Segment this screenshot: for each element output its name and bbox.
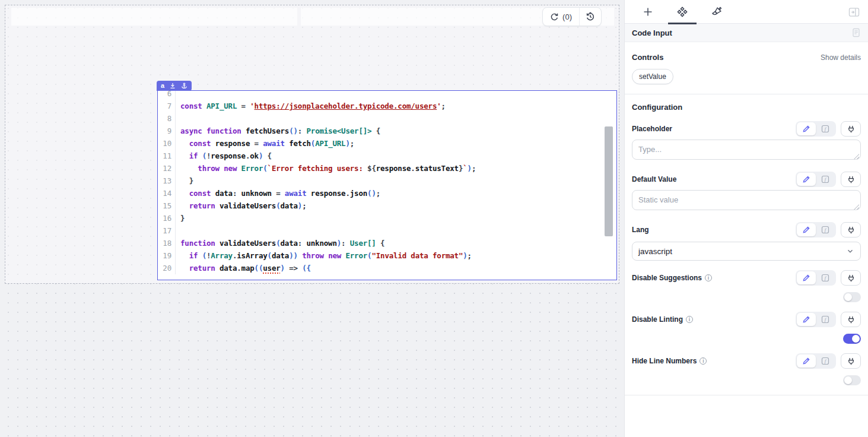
configuration-fields: Placeholder f	[632, 121, 861, 385]
value-mode-segmented-control: f	[796, 312, 836, 327]
config-field-label: Default Value	[632, 175, 676, 183]
connect-data-button[interactable]	[841, 312, 861, 327]
toggle-switch[interactable]	[843, 334, 861, 344]
line-number: 6	[158, 90, 176, 100]
config-textarea[interactable]	[632, 140, 861, 160]
connect-data-button[interactable]	[841, 353, 861, 369]
config-field: Disable Suggestions i f	[632, 270, 861, 302]
static-mode-button[interactable]	[797, 354, 816, 368]
code-line-text: return data.map((user) => ({	[176, 262, 311, 274]
function-icon: f	[821, 125, 829, 133]
info-icon[interactable]: i	[700, 357, 707, 365]
config-field: Default Value f	[632, 171, 861, 213]
connect-data-button[interactable]	[841, 121, 861, 137]
config-toggle	[632, 375, 861, 385]
component-chip[interactable]: a	[157, 81, 192, 91]
collapse-panel-button[interactable]	[848, 7, 860, 17]
svg-text:f: f	[825, 275, 827, 281]
config-field-label: Disable Linting	[632, 315, 683, 324]
function-icon: f	[821, 357, 829, 365]
code-lines: 6 7const API_URL = 'https://jsonplacehol…	[158, 90, 616, 274]
connect-data-button[interactable]	[841, 270, 861, 286]
code-line: 14 const data: unknown = await response.…	[158, 187, 616, 200]
svg-text:f: f	[825, 227, 827, 233]
component-title: Code Input	[632, 28, 672, 37]
connect-data-button[interactable]	[841, 172, 861, 187]
line-number: 10	[158, 137, 176, 150]
toggle-switch[interactable]	[843, 375, 861, 385]
docs-icon[interactable]	[851, 28, 861, 37]
line-number: 16	[158, 212, 176, 224]
plus-icon	[643, 7, 653, 17]
controls-section-title: Controls	[632, 53, 663, 62]
static-mode-button[interactable]	[797, 223, 816, 236]
function-icon: f	[821, 226, 829, 234]
toggle-switch[interactable]	[843, 292, 861, 302]
config-textarea-wrap	[632, 140, 861, 162]
code-line-text: if (!response.ok) {	[176, 150, 272, 162]
function-mode-button[interactable]: f	[816, 173, 835, 186]
refresh-button[interactable]: (0)	[543, 8, 579, 26]
history-icon	[586, 12, 595, 21]
pencil-icon	[802, 226, 810, 234]
config-field-label-wrap: Disable Linting i	[632, 315, 693, 324]
show-details-link[interactable]: Show details	[821, 53, 861, 62]
config-select[interactable]: javascript	[632, 242, 861, 261]
code-line-text: async function fetchUsers(): Promise<Use…	[176, 125, 380, 137]
code-line: 19 if (!Array.isArray(data)) throw new E…	[158, 249, 616, 262]
config-textarea[interactable]	[632, 190, 861, 210]
value-mode-segmented-control: f	[796, 172, 836, 187]
code-line: 11 if (!response.ok) {	[158, 150, 616, 162]
static-mode-button[interactable]	[797, 122, 816, 135]
config-field: Hide Line Numbers i f	[632, 353, 861, 385]
editor-scrollbar[interactable]	[605, 126, 613, 236]
info-icon[interactable]: i	[686, 316, 693, 323]
component-header: Code Input	[625, 24, 868, 42]
config-field-label: Placeholder	[632, 125, 672, 133]
static-mode-button[interactable]	[797, 313, 816, 326]
svg-text:f: f	[825, 316, 827, 322]
code-line: 9async function fetchUsers(): Promise<Us…	[158, 125, 616, 137]
code-line: 10 const response = await fetch(API_URL)…	[158, 137, 616, 150]
line-number: 19	[158, 249, 176, 262]
function-mode-button[interactable]: f	[816, 122, 835, 135]
svg-text:f: f	[825, 126, 827, 132]
code-line-text: const API_URL = 'https://jsonplaceholder…	[176, 100, 446, 112]
info-icon[interactable]: i	[705, 274, 712, 281]
design-canvas[interactable]: (0) a 6 7const API_URL = 'https://jsonpl…	[0, 0, 624, 437]
inspector-panel: Code Input Controls Show details setValu…	[624, 0, 868, 437]
plug-icon	[847, 274, 856, 283]
divider	[625, 94, 868, 94]
tab-styles[interactable]	[700, 0, 734, 24]
pencil-icon	[802, 125, 810, 133]
placeholder-cell	[11, 8, 297, 26]
code-line: 16}	[158, 212, 616, 224]
anchor-icon[interactable]	[181, 83, 187, 89]
function-mode-button[interactable]: f	[816, 313, 835, 326]
function-mode-button[interactable]: f	[816, 354, 835, 368]
code-input-component[interactable]: 6 7const API_URL = 'https://jsonplacehol…	[157, 90, 617, 280]
static-mode-button[interactable]	[797, 173, 816, 186]
tab-add-component[interactable]	[631, 0, 665, 24]
tab-component-settings[interactable]	[665, 0, 700, 24]
insert-below-icon[interactable]	[170, 83, 176, 89]
line-number: 7	[158, 100, 176, 112]
line-number: 8	[158, 112, 176, 125]
config-field-label-wrap: Default Value	[632, 175, 676, 183]
function-mode-button[interactable]: f	[816, 271, 835, 284]
code-line-text: const response = await fetch(API_URL);	[176, 137, 354, 150]
refresh-count: (0)	[562, 12, 572, 21]
function-mode-button[interactable]: f	[816, 223, 835, 236]
components-icon	[676, 6, 688, 18]
pencil-icon	[802, 315, 810, 324]
config-field-label-wrap: Disable Suggestions i	[632, 274, 712, 282]
method-chip-setvalue[interactable]: setValue	[632, 69, 673, 84]
function-icon: f	[821, 315, 829, 324]
value-mode-segmented-control: f	[796, 121, 836, 137]
static-mode-button[interactable]	[797, 271, 816, 284]
config-toggle	[632, 292, 861, 302]
connect-data-button[interactable]	[841, 222, 861, 238]
code-line: 13 }	[158, 175, 616, 187]
history-button[interactable]	[579, 8, 601, 26]
plug-icon	[847, 226, 856, 235]
